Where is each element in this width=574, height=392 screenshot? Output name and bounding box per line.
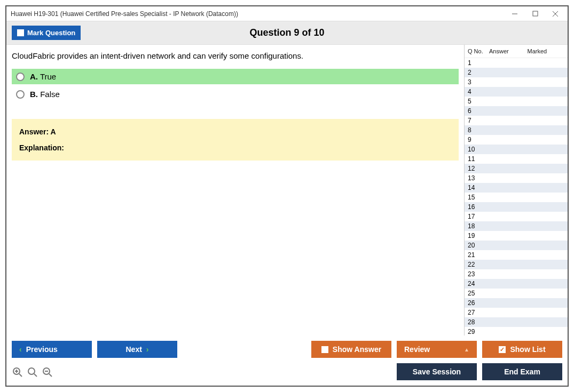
radio-icon	[16, 90, 25, 99]
question-list[interactable]: 1234567891011121314151617181920212223242…	[465, 58, 568, 335]
question-list-row[interactable]: 9	[465, 135, 568, 145]
question-list-row[interactable]: 14	[465, 183, 568, 193]
chevron-right-icon: ›	[146, 345, 149, 354]
question-list-row[interactable]: 22	[465, 260, 568, 269]
dropdown-arrow-icon: ▲	[464, 347, 469, 353]
question-counter: Question 9 of 10	[6, 27, 568, 38]
checkbox-icon	[17, 29, 24, 36]
radio-icon	[16, 73, 25, 81]
footer-row-1: ‹ Previous Next › Show Answer Review ▲ ✓…	[12, 341, 562, 358]
footer-row-2: Save Session End Exam	[12, 363, 562, 380]
question-list-row[interactable]: 16	[465, 202, 568, 212]
next-button[interactable]: Next ›	[97, 341, 177, 358]
svg-line-9	[34, 374, 37, 377]
question-list-row[interactable]: 25	[465, 289, 568, 298]
chevron-left-icon: ‹	[19, 345, 22, 354]
question-list-row[interactable]: 13	[465, 173, 568, 183]
question-list-row[interactable]: 12	[465, 164, 568, 173]
show-list-label: Show List	[510, 345, 545, 354]
question-list-row[interactable]: 11	[465, 154, 568, 164]
question-list-row[interactable]: 6	[465, 106, 568, 116]
question-list-row[interactable]: 28	[465, 317, 568, 327]
titlebar: Huawei H19-301 (Huawei Certified Pre-sal…	[6, 6, 568, 21]
end-exam-label: End Exam	[504, 367, 540, 376]
svg-line-5	[19, 374, 22, 377]
next-label: Next	[125, 345, 141, 354]
zoom-reset-icon[interactable]	[27, 366, 38, 378]
option-row[interactable]: B. False	[12, 86, 459, 102]
previous-button[interactable]: ‹ Previous	[12, 341, 92, 358]
header-marked: Marked	[528, 48, 566, 54]
question-list-row[interactable]: 24	[465, 279, 568, 289]
show-list-button[interactable]: ✓ Show List	[482, 341, 562, 358]
svg-line-11	[49, 374, 52, 377]
question-list-row[interactable]: 20	[465, 241, 568, 250]
show-answer-label: Show Answer	[333, 345, 381, 354]
previous-label: Previous	[26, 345, 58, 354]
svg-point-8	[28, 368, 35, 374]
review-button[interactable]: Review ▲	[397, 341, 477, 358]
question-list-row[interactable]: 23	[465, 269, 568, 279]
option-row[interactable]: A. True	[12, 69, 459, 84]
close-icon[interactable]	[552, 10, 559, 18]
question-list-row[interactable]: 15	[465, 193, 568, 202]
options-list: A. TrueB. False	[12, 69, 459, 104]
question-list-row[interactable]: 3	[465, 77, 568, 87]
review-label: Review	[404, 345, 430, 354]
question-list-row[interactable]: 4	[465, 87, 568, 97]
answer-label: Answer: A	[19, 127, 451, 136]
show-answer-button[interactable]: Show Answer	[311, 341, 391, 358]
mark-question-button[interactable]: Mark Question	[12, 26, 81, 40]
zoom-controls	[12, 366, 53, 378]
question-list-row[interactable]: 18	[465, 221, 568, 231]
question-list-header: Q No. Answer Marked	[465, 45, 568, 58]
save-session-button[interactable]: Save Session	[397, 363, 477, 380]
footer: ‹ Previous Next › Show Answer Review ▲ ✓…	[6, 335, 568, 386]
app-window: Huawei H19-301 (Huawei Certified Pre-sal…	[5, 5, 569, 387]
maximize-icon[interactable]	[531, 10, 539, 18]
answer-box: Answer: A Explanation:	[12, 119, 459, 161]
question-list-row[interactable]: 8	[465, 125, 568, 135]
header-qno: Q No.	[468, 48, 489, 54]
question-list-row[interactable]: 5	[465, 97, 568, 106]
question-list-row[interactable]: 27	[465, 308, 568, 317]
question-list-row[interactable]: 21	[465, 250, 568, 260]
question-list-row[interactable]: 1	[465, 58, 568, 68]
header: Mark Question Question 9 of 10	[6, 21, 568, 45]
window-title: Huawei H19-301 (Huawei Certified Pre-sal…	[11, 10, 511, 18]
checkbox-checked-icon: ✓	[499, 346, 506, 353]
explanation-label: Explanation:	[19, 143, 451, 152]
question-list-row[interactable]: 7	[465, 116, 568, 125]
save-session-label: Save Session	[413, 367, 461, 376]
option-label: B. False	[30, 90, 60, 99]
zoom-out-icon[interactable]	[42, 366, 53, 378]
zoom-in-icon[interactable]	[12, 366, 23, 378]
checkbox-icon	[321, 346, 328, 353]
question-list-row[interactable]: 19	[465, 231, 568, 241]
main-area: CloudFabric provides an intent-driven ne…	[6, 45, 568, 335]
content-pane: CloudFabric provides an intent-driven ne…	[6, 45, 464, 335]
question-list-panel: Q No. Answer Marked 12345678910111213141…	[464, 45, 568, 335]
window-controls	[511, 10, 563, 18]
question-list-row[interactable]: 29	[465, 327, 568, 335]
question-list-row[interactable]: 26	[465, 298, 568, 308]
minimize-icon[interactable]	[511, 10, 518, 18]
question-list-row[interactable]: 2	[465, 68, 568, 77]
end-exam-button[interactable]: End Exam	[482, 363, 562, 380]
header-answer: Answer	[489, 48, 528, 54]
question-list-row[interactable]: 17	[465, 212, 568, 221]
option-label: A. True	[30, 72, 56, 81]
svg-rect-1	[533, 11, 538, 16]
mark-question-label: Mark Question	[27, 29, 75, 37]
question-text: CloudFabric provides an intent-driven ne…	[12, 51, 459, 60]
question-list-row[interactable]: 10	[465, 145, 568, 154]
